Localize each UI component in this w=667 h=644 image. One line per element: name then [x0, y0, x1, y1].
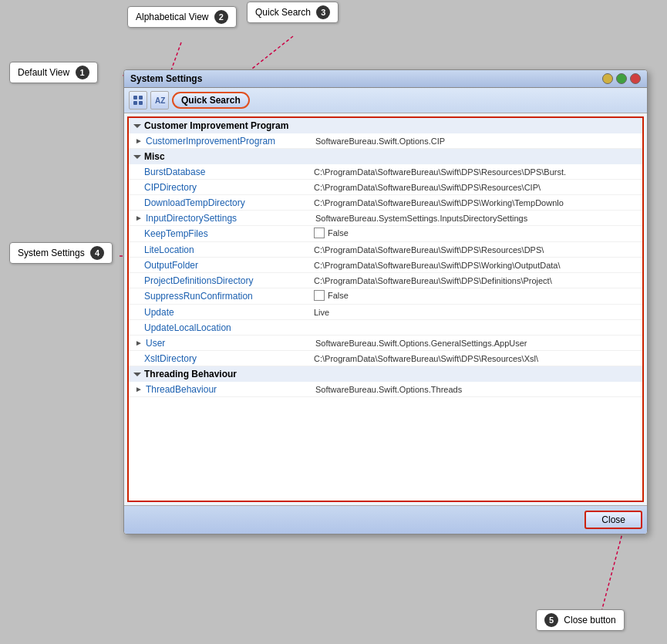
callout-quick-search-top-label: Quick Search [255, 7, 311, 18]
section-threading[interactable]: Threading Behaviour [129, 366, 642, 382]
setting-value: C:\ProgramData\SoftwareBureau\Swift\DPS\… [314, 245, 636, 255]
expand-icon [133, 124, 141, 128]
setting-value: C:\ProgramData\SoftwareBureau\Swift\DPS\… [314, 261, 636, 270]
setting-value: SoftwareBureau.Swift.Options.GeneralSett… [315, 339, 636, 348]
table-row[interactable]: CIPDirectory C:\ProgramData\SoftwareBure… [129, 180, 642, 195]
svg-rect-7 [133, 101, 137, 105]
section-customer-improvement-label: Customer Improvement Program [144, 120, 288, 131]
setting-name: LiteLocation [144, 244, 314, 255]
table-row[interactable]: OutputFolder C:\ProgramData\SoftwareBure… [129, 258, 642, 273]
setting-name: CIPDirectory [144, 182, 314, 193]
table-row[interactable]: ► CustomerImprovementProgram SoftwareBur… [129, 133, 642, 149]
setting-value: C:\ProgramData\SoftwareBureau\Swift\DPS\… [314, 183, 636, 192]
callout-system-settings: System Settings 4 [9, 242, 113, 264]
svg-rect-6 [139, 96, 143, 99]
minimize-button[interactable] [602, 73, 613, 84]
table-row[interactable]: UpdateLocalLocation [129, 320, 642, 335]
table-row[interactable]: ProjectDefinitionsDirectory C:\ProgramDa… [129, 273, 642, 288]
quick-search-button[interactable]: Quick Search [172, 92, 250, 109]
window-footer: Close [124, 505, 647, 534]
svg-rect-8 [139, 101, 143, 105]
callout-close-btn: 5 Close button [536, 609, 625, 631]
close-button[interactable]: Close [584, 511, 642, 529]
table-row[interactable]: DownloadTempDirectory C:\ProgramData\Sof… [129, 195, 642, 211]
setting-name: XsltDirectory [144, 353, 314, 364]
default-view-button[interactable] [129, 91, 147, 110]
svg-text:AZ: AZ [155, 96, 165, 105]
expand-icon [133, 155, 141, 159]
section-threading-label: Threading Behaviour [144, 369, 237, 379]
callout-number-1: 1 [76, 66, 89, 79]
setting-name: BurstDatabase [144, 167, 314, 177]
expand-icon [133, 373, 141, 376]
expand-arrow-icon: ► [135, 214, 143, 222]
window-controls [602, 73, 641, 84]
callout-number-2: 2 [214, 10, 228, 24]
window-titlebar: System Settings [124, 70, 647, 88]
callout-close-btn-label: Close button [564, 615, 615, 625]
table-row[interactable]: ► User SoftwareBureau.Swift.Options.Gene… [129, 335, 642, 351]
settings-content[interactable]: Customer Improvement Program ► CustomerI… [127, 116, 644, 502]
setting-name: ProjectDefinitionsDirectory [144, 275, 314, 286]
callout-number-4: 4 [90, 246, 104, 260]
table-row[interactable]: Update Live [129, 305, 642, 320]
setting-name: SuppressRunConfirmation [144, 291, 314, 302]
table-row[interactable]: ► InputDirectorySettings SoftwareBureau.… [129, 211, 642, 226]
callout-system-settings-label: System Settings [18, 248, 85, 258]
setting-value: False [314, 228, 636, 240]
callout-number-3: 3 [316, 5, 330, 19]
table-row[interactable]: KeepTempFiles False [129, 226, 642, 242]
setting-value: C:\ProgramData\SoftwareBureau\Swift\DPS\… [314, 198, 636, 207]
expand-arrow-icon: ► [135, 339, 143, 347]
setting-name: User [146, 338, 315, 349]
setting-value: C:\ProgramData\SoftwareBureau\Swift\DPS\… [314, 354, 636, 363]
setting-name: Update [144, 307, 314, 318]
checkbox-false-icon: False [314, 290, 349, 301]
table-row[interactable]: SuppressRunConfirmation False [129, 288, 642, 305]
setting-name: DownloadTempDirectory [144, 197, 314, 208]
callout-alpha-view-label: Alphabetical View [136, 12, 209, 22]
table-row[interactable]: ► ThreadBehaviour SoftwareBureau.Swift.O… [129, 382, 642, 397]
setting-value: SoftwareBureau.SystemSettings.InputsDire… [315, 214, 636, 223]
system-settings-window: System Settings AZ Quick Search [123, 69, 648, 534]
callout-quick-search-top: Quick Search 3 [247, 2, 339, 23]
setting-value: C:\ProgramData\SoftwareBureau\Swift\DPS\… [314, 167, 636, 177]
setting-name: OutputFolder [144, 260, 314, 271]
callout-number-5: 5 [544, 613, 558, 627]
setting-name: KeepTempFiles [144, 228, 314, 239]
window-title: System Settings [130, 73, 202, 84]
expand-arrow-icon: ► [135, 386, 143, 393]
titlebar-close-button[interactable] [630, 73, 641, 84]
svg-rect-5 [133, 96, 137, 99]
section-misc-label: Misc [144, 151, 165, 162]
table-row[interactable]: BurstDatabase C:\ProgramData\SoftwareBur… [129, 164, 642, 180]
setting-name: UpdateLocalLocation [144, 322, 314, 333]
setting-value: SoftwareBureau.Swift.Options.CIP [315, 137, 636, 146]
setting-name: CustomerImprovementProgram [146, 136, 315, 147]
setting-value: C:\ProgramData\SoftwareBureau\Swift\DPS\… [314, 276, 636, 285]
setting-name: ThreadBehaviour [146, 384, 315, 395]
setting-name: InputDirectorySettings [146, 213, 315, 224]
callout-alpha-view: Alphabetical View 2 [127, 6, 237, 28]
toolbar: AZ Quick Search [124, 88, 647, 113]
setting-value: False [314, 290, 636, 302]
svg-line-4 [601, 531, 623, 612]
callout-default-view: Default View 1 [9, 62, 98, 83]
table-row[interactable]: XsltDirectory C:\ProgramData\SoftwareBur… [129, 351, 642, 366]
checkbox-false-icon: False [314, 228, 349, 238]
setting-value: Live [314, 308, 636, 317]
table-row[interactable]: LiteLocation C:\ProgramData\SoftwareBure… [129, 242, 642, 258]
alphabetical-view-button[interactable]: AZ [150, 91, 169, 110]
callout-default-view-label: Default View [18, 67, 69, 78]
section-customer-improvement[interactable]: Customer Improvement Program [129, 118, 642, 133]
section-misc[interactable]: Misc [129, 149, 642, 164]
setting-value: SoftwareBureau.Swift.Options.Threads [315, 385, 636, 394]
expand-arrow-icon: ► [135, 137, 143, 145]
maximize-button[interactable] [616, 73, 627, 84]
